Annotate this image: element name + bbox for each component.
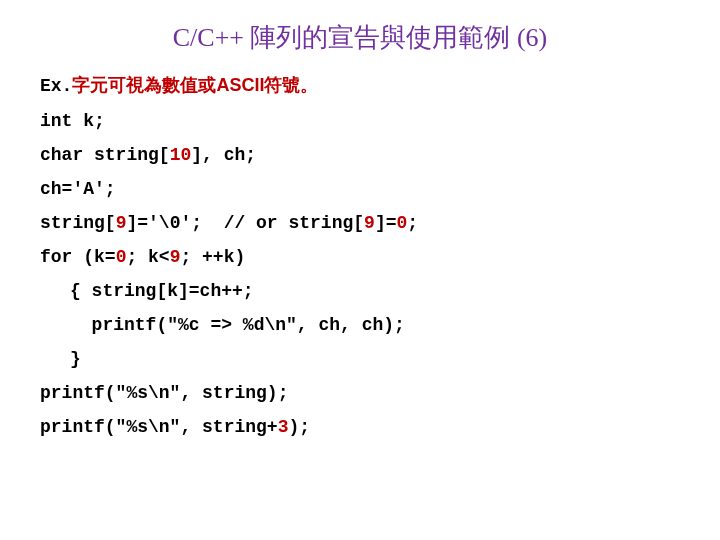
code-number: 9 — [116, 213, 127, 233]
code-line-5: for (k=0; k<9; ++k) — [40, 247, 680, 267]
example-heading: Ex.字元可視為數值或ASCII符號。 — [40, 73, 680, 97]
code-text: string[ — [40, 213, 116, 233]
code-text: char string[ — [40, 145, 170, 165]
code-line-1: int k; — [40, 111, 680, 131]
code-text: ], ch; — [191, 145, 256, 165]
code-number: 9 — [170, 247, 181, 267]
slide-container: C/C++ 陣列的宣告與使用範例 (6) Ex.字元可視為數值或ASCII符號。… — [0, 0, 720, 471]
slide-title: C/C++ 陣列的宣告與使用範例 (6) — [40, 20, 680, 55]
code-text: ; — [407, 213, 418, 233]
code-text: ]= — [375, 213, 397, 233]
code-line-4: string[9]='\0'; // or string[9]=0; — [40, 213, 680, 233]
code-text: printf("%s\n", string+ — [40, 417, 278, 437]
code-line-8: } — [40, 349, 680, 369]
code-number: 0 — [116, 247, 127, 267]
code-number: 10 — [170, 145, 192, 165]
code-number: 0 — [397, 213, 408, 233]
code-line-2: char string[10], ch; — [40, 145, 680, 165]
code-line-10: printf("%s\n", string+3); — [40, 417, 680, 437]
code-text: for (k= — [40, 247, 116, 267]
code-text: ; ++k) — [180, 247, 245, 267]
ex-prefix: Ex. — [40, 76, 72, 96]
code-line-7: printf("%c => %d\n", ch, ch); — [40, 315, 680, 335]
code-line-9: printf("%s\n", string); — [40, 383, 680, 403]
code-number: 3 — [278, 417, 289, 437]
code-text: ; k< — [126, 247, 169, 267]
ex-description: 字元可視為數值或ASCII符號。 — [72, 75, 318, 95]
code-line-6: { string[k]=ch++; — [40, 281, 680, 301]
code-line-3: ch='A'; — [40, 179, 680, 199]
code-text: ); — [288, 417, 310, 437]
code-number: 9 — [364, 213, 375, 233]
code-text: ]='\0'; // or string[ — [126, 213, 364, 233]
